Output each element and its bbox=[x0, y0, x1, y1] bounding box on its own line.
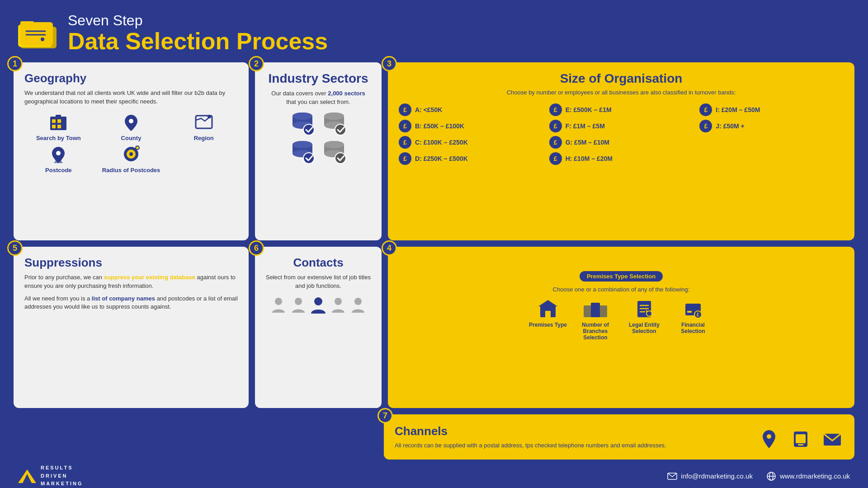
band-g-label: G: £5M – £10M bbox=[566, 139, 609, 146]
contacts-body: Select from our extensive list of job ti… bbox=[266, 273, 371, 290]
svg-point-31 bbox=[324, 113, 344, 120]
svg-point-17 bbox=[56, 151, 61, 155]
footer-website-text: www.rdmarketing.co.uk bbox=[780, 472, 850, 480]
geography-icons-row2: Postcode Radius of Postcodes bbox=[24, 144, 238, 174]
svg-rect-8 bbox=[52, 119, 56, 123]
svg-point-6 bbox=[41, 38, 44, 41]
channels-card: 7 Channels All records can be supplied w… bbox=[384, 414, 854, 460]
svg-rect-3 bbox=[20, 21, 34, 25]
svg-point-16 bbox=[208, 115, 211, 118]
svg-rect-12 bbox=[56, 115, 61, 118]
size-bands-grid: £ A: <£50K £ E: £500K – £1M £ I: £20M – … bbox=[399, 103, 844, 165]
industry-body: Our data covers over 2,000 sectors that … bbox=[266, 89, 371, 106]
svg-rect-10 bbox=[52, 125, 56, 128]
other-legal-label: Legal Entity Selection bbox=[624, 322, 665, 334]
svg-point-26 bbox=[292, 113, 312, 120]
band-e: £ E: £500K – £1M bbox=[549, 103, 693, 116]
other-branches: Number of Branches Selection bbox=[575, 297, 616, 341]
geography-body: We understand that not all clients work … bbox=[24, 89, 238, 105]
svg-point-64 bbox=[354, 298, 362, 305]
band-i-label: I: £20M – £50M bbox=[716, 106, 760, 113]
svg-point-41 bbox=[324, 141, 344, 148]
geo-region-label: Region bbox=[194, 135, 214, 141]
channel-icons bbox=[758, 428, 844, 450]
band-j-label: J: £50M + bbox=[716, 122, 744, 130]
svg-text:£: £ bbox=[697, 312, 699, 317]
step-7-number: 7 bbox=[377, 408, 393, 423]
step-1-number: 1 bbox=[7, 56, 23, 71]
geography-icons: Search by Town County bbox=[24, 112, 238, 141]
svg-point-37 bbox=[303, 153, 314, 164]
geo-town-label: Search by Town bbox=[36, 135, 81, 141]
size-subtitle: Choose by number or employees or all bus… bbox=[399, 89, 844, 97]
geography-title: Geography bbox=[24, 71, 238, 85]
other-title: Other Business Criteria bbox=[399, 256, 844, 268]
other-financial-label: Financial Selection bbox=[673, 322, 713, 334]
other-items: Premises Type Number of Branches Selecti… bbox=[399, 297, 844, 341]
band-h-label: H: £10M – £20M bbox=[566, 155, 613, 162]
band-d-label: D: £250K – £500K bbox=[415, 155, 468, 162]
geo-item-county: County bbox=[97, 112, 165, 141]
other-card: 4 Other Business Criteria Premises Type … bbox=[388, 247, 854, 408]
geo-item-radius: Radius of Postcodes bbox=[97, 144, 165, 174]
band-b: £ B: £50K – £100K bbox=[399, 120, 543, 132]
geo-item-region: Region bbox=[170, 112, 238, 141]
footer-email: info@rdmarketing.co.uk bbox=[667, 472, 753, 480]
other-financial: £ Financial Selection bbox=[673, 297, 713, 334]
svg-point-14 bbox=[129, 119, 133, 123]
band-j: £ J: £50M + bbox=[699, 120, 844, 132]
database-icons bbox=[266, 111, 371, 136]
contacts-card: 6 Contacts Select from our extensive lis… bbox=[255, 247, 382, 408]
channels-body: All records can be supplied with a posta… bbox=[395, 441, 666, 450]
geography-card: 1 Geography We understand that not all c… bbox=[14, 62, 249, 240]
svg-rect-68 bbox=[798, 444, 803, 446]
step-3-number: 3 bbox=[382, 56, 397, 71]
other-branches-label: Number of Branches Selection bbox=[575, 322, 616, 341]
size-card: 3 Size of Organisation Choose by number … bbox=[388, 62, 854, 240]
premises-badge: Premises Type Selection bbox=[580, 271, 663, 282]
band-g: £ G: £5M – £10M bbox=[549, 136, 693, 149]
other-premises-label: Premises Type bbox=[529, 322, 567, 328]
footer-website: www.rdmarketing.co.uk bbox=[766, 471, 850, 481]
footer-logo-text: RESULTS DRIVEN MARKETING bbox=[41, 464, 83, 488]
footer: RESULTS DRIVEN MARKETING info@rdmarketin… bbox=[0, 460, 868, 488]
folder-icon bbox=[18, 17, 59, 50]
band-c-label: C: £100K – £250K bbox=[415, 139, 468, 146]
header-text: Seven Step Data Selection Process bbox=[68, 13, 328, 54]
svg-rect-45 bbox=[545, 311, 551, 317]
svg-point-20 bbox=[129, 152, 133, 156]
svg-point-42 bbox=[335, 153, 346, 164]
footer-contact: info@rdmarketing.co.uk www.rdmarketing.c… bbox=[667, 471, 850, 481]
geo-item-town: Search by Town bbox=[24, 112, 93, 141]
main-content: 1 Geography We understand that not all c… bbox=[0, 62, 868, 408]
svg-rect-13 bbox=[63, 117, 66, 130]
industry-card: 2 Industry Sectors Our data covers over … bbox=[255, 62, 382, 240]
svg-rect-56 bbox=[685, 306, 701, 309]
svg-rect-2 bbox=[20, 22, 53, 46]
svg-marker-70 bbox=[18, 469, 36, 483]
contacts-title: Contacts bbox=[266, 256, 371, 270]
band-d: £ D: £250K – £500K bbox=[399, 152, 543, 165]
other-legal: Legal Entity Selection bbox=[624, 297, 665, 334]
footer-logo: RESULTS DRIVEN MARKETING bbox=[18, 464, 83, 488]
industry-title: Industry Sectors bbox=[266, 71, 371, 86]
step-2-number: 2 bbox=[249, 56, 264, 71]
contact-person-icons bbox=[266, 296, 371, 314]
svg-rect-11 bbox=[57, 125, 61, 128]
svg-point-63 bbox=[335, 298, 342, 305]
svg-point-49 bbox=[594, 299, 597, 303]
svg-rect-57 bbox=[687, 311, 692, 313]
band-f: £ F: £1M – £5M bbox=[549, 120, 693, 132]
company-list-highlight: list of company names bbox=[92, 295, 155, 302]
band-a-label: A: <£50K bbox=[415, 106, 442, 113]
footer-email-text: info@rdmarketing.co.uk bbox=[681, 472, 753, 480]
svg-rect-67 bbox=[796, 434, 806, 443]
step-6-number: 6 bbox=[249, 240, 264, 256]
svg-point-27 bbox=[303, 124, 314, 135]
band-e-label: E: £500K – £1M bbox=[566, 106, 612, 113]
svg-point-62 bbox=[314, 297, 322, 305]
suppress-highlight: suppress your existing database bbox=[104, 274, 195, 281]
header: Seven Step Data Selection Process bbox=[0, 0, 868, 59]
svg-point-36 bbox=[292, 141, 312, 148]
svg-marker-44 bbox=[538, 300, 557, 306]
